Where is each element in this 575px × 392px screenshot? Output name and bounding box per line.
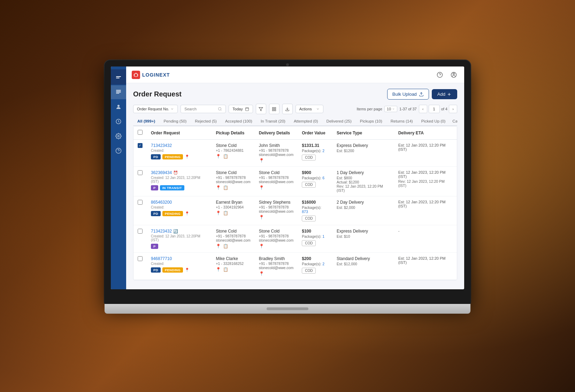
- order-value-cell: $900 Package(s): 6 COD: [298, 167, 332, 196]
- order-id-link[interactable]: 713423432🔄: [151, 229, 178, 234]
- sidebar-item-orders[interactable]: [111, 85, 126, 99]
- delivery-email: stonecold@wwe.com: [259, 152, 293, 157]
- delivery-eta-cell: Est: 12 Jan 2023, 12:20 PM (IST): [394, 140, 457, 167]
- sidebar-item-clock[interactable]: [111, 115, 126, 128]
- delivery-location-icon: 📍: [259, 271, 264, 276]
- status-badge: PENDING: [162, 154, 183, 159]
- tab-returns[interactable]: Returns (14): [386, 117, 417, 126]
- sidebar-logo-area: [111, 69, 126, 85]
- pickup-location-icon: 📍: [216, 244, 221, 249]
- pickup-details-cell: Stone Cold +1 - 7862434881 📍 📋: [212, 140, 254, 167]
- tab-rejected[interactable]: Rejected (5): [191, 117, 221, 126]
- filter-type-label: Order Request No.: [137, 107, 169, 111]
- filter-search-box[interactable]: [181, 105, 226, 113]
- filter-type-select[interactable]: Order Request No.: [133, 105, 178, 113]
- current-page-input[interactable]: [429, 105, 440, 113]
- row-checkbox-cell: [133, 196, 147, 225]
- page-title: Order Request: [133, 90, 182, 98]
- delivery-eta-cell: Est: 12 Jan 2023, 12:20 PM (IST): [394, 196, 457, 225]
- location-badge-icon: 📍: [185, 268, 190, 272]
- tab-pickups[interactable]: Pickups (10): [356, 117, 386, 126]
- pickup-location-icon: 📍: [216, 154, 221, 159]
- chevron-down-icon: [170, 107, 174, 111]
- packages-count: 2: [322, 149, 324, 153]
- table-row: 865463200 Created: PD PENDING 📍 Earnest …: [133, 196, 457, 225]
- sidebar-item-settings[interactable]: [111, 129, 126, 143]
- header-logo: LOGINEXT: [132, 71, 435, 79]
- page-size-select[interactable]: 10: [384, 106, 397, 112]
- actions-select[interactable]: Actions: [296, 105, 323, 113]
- loginext-logo-svg: [133, 72, 138, 77]
- select-all-checkbox[interactable]: [138, 130, 143, 135]
- pickup-edit-icon[interactable]: 📋: [223, 185, 228, 190]
- svg-marker-23: [259, 107, 263, 111]
- badge-code: P: [151, 185, 158, 190]
- delivery-phone: +91 - 9878787878: [259, 148, 293, 152]
- pagination-range: 1-37 of 37: [399, 107, 417, 111]
- prev-page-button[interactable]: ‹: [419, 105, 427, 113]
- row-checkbox[interactable]: [138, 200, 143, 205]
- header-actions: [435, 70, 459, 80]
- tab-pending[interactable]: Pending (50): [159, 117, 191, 126]
- filter-date-picker[interactable]: Today: [229, 105, 253, 113]
- tab-in-transit[interactable]: In Transit (20): [256, 117, 290, 126]
- badge-code: P: [151, 244, 158, 249]
- order-id-link[interactable]: 713423432: [151, 143, 172, 148]
- app-sidebar: [111, 66, 126, 289]
- order-created: Created:: [151, 149, 207, 152]
- svg-rect-26: [273, 109, 274, 111]
- page-total: of 4: [441, 107, 447, 111]
- pickup-edit-icon[interactable]: 📋: [223, 244, 228, 249]
- tab-more[interactable]: Can...: [450, 117, 457, 126]
- pickup-edit-icon[interactable]: 📋: [223, 267, 228, 272]
- badge-row: PD PENDING 📍: [151, 154, 207, 159]
- grid-view-button[interactable]: [269, 104, 279, 114]
- packages-row: Package(s): 2: [302, 262, 328, 266]
- next-page-button[interactable]: ›: [449, 105, 457, 113]
- sidebar-item-users[interactable]: [111, 100, 126, 114]
- table-row: ✓ 713423432 Created: PD PENDING 📍 Stone …: [133, 140, 457, 167]
- delivery-name: Sidney Stephens: [259, 200, 293, 205]
- pickup-location-icon: 📍: [216, 185, 221, 190]
- cod-badge: COD: [302, 240, 316, 246]
- pickup-icons: 📍 📋: [216, 211, 250, 215]
- delivery-email: stonecold@wwe.com: [259, 180, 293, 184]
- row-checkbox[interactable]: [138, 170, 143, 175]
- users-icon: [115, 104, 122, 110]
- user-button[interactable]: [449, 70, 459, 80]
- svg-point-3: [117, 105, 120, 107]
- delivery-details-cell: Bradley Smith +91 - 9878787878 stonecold…: [255, 253, 298, 280]
- delivery-phone: +91 - 9878787878: [259, 234, 293, 238]
- col-delivery-eta: Delivery ETA: [394, 126, 457, 140]
- order-id-link[interactable]: 865463200: [151, 200, 172, 205]
- delivery-name: Bradley Smith: [259, 256, 293, 261]
- row-checkbox[interactable]: [138, 229, 143, 234]
- service-type-name: Express Delivery: [337, 143, 390, 148]
- add-button[interactable]: Add: [432, 89, 457, 99]
- pickup-phone: +91 - 9878787878: [216, 175, 250, 180]
- pickup-edit-icon[interactable]: 📋: [223, 211, 228, 215]
- tab-delivered[interactable]: Delivered (25): [322, 117, 356, 126]
- sidebar-item-help[interactable]: [111, 144, 126, 158]
- row-checkbox[interactable]: [138, 256, 143, 261]
- delivery-name: Stone Cold: [259, 170, 293, 175]
- delivery-icons: 📍: [259, 244, 293, 249]
- filter-icon-button[interactable]: [256, 104, 266, 114]
- laptop-bezel: LOGINEXT Order Request: [105, 60, 470, 304]
- download-button[interactable]: [282, 104, 293, 114]
- pickup-edit-icon[interactable]: 📋: [223, 154, 228, 159]
- row-checkbox-checked[interactable]: ✓: [138, 143, 143, 148]
- tab-all[interactable]: All (999+): [133, 117, 159, 126]
- chevron-page-size-icon: [392, 108, 395, 110]
- alarm-icon: ⏰: [173, 171, 178, 175]
- service-est: Est: $800: [337, 176, 390, 180]
- search-input[interactable]: [184, 107, 216, 111]
- help-button[interactable]: [435, 70, 445, 80]
- order-id-link[interactable]: 362369434⏰: [151, 170, 178, 175]
- bulk-upload-button[interactable]: Bulk Upload: [387, 89, 429, 100]
- tab-attempted[interactable]: Attempted (0): [290, 117, 322, 126]
- page-size-value: 10: [387, 107, 391, 111]
- tab-accepted[interactable]: Accepted (100): [221, 117, 256, 126]
- tab-picked-up[interactable]: Picked Up (0): [417, 117, 450, 126]
- order-id-link[interactable]: 946877710: [151, 256, 172, 261]
